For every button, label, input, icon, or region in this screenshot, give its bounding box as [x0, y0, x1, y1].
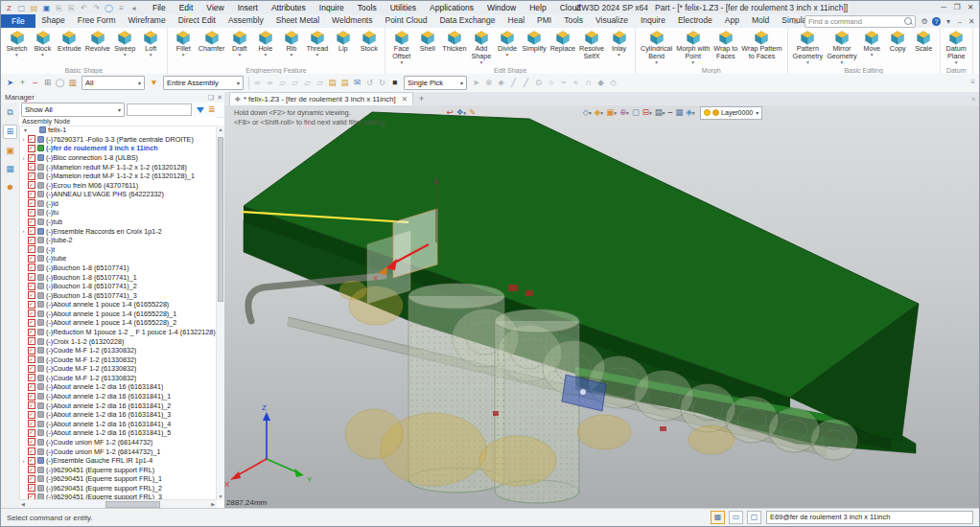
tree-row[interactable]: (-)ld [19, 199, 217, 209]
tree-row[interactable]: (-)Coude union MF 1-2 (68144732) [19, 438, 217, 447]
tree-filter-input[interactable] [127, 103, 192, 116]
tree-row[interactable]: (-)About annelé 1-2 dia 16 (61631841)_5 [19, 428, 217, 438]
ribbon-button[interactable]: Stock [356, 29, 382, 58]
app-close-icon[interactable]: ✕ [966, 15, 977, 28]
tree-row[interactable]: (-)Coude M-F 1-2 (61330832) [19, 346, 217, 355]
visibility-checkbox[interactable] [28, 255, 35, 263]
visual-manager-icon[interactable]: ▦ [4, 163, 16, 175]
ribbon-button[interactable]: Mirror Geometry▾ [825, 29, 859, 66]
ribbon-tab[interactable]: Tools [558, 14, 590, 28]
snap-icon[interactable]: ◈ [495, 75, 507, 91]
vscroll-thumb[interactable] [218, 137, 223, 302]
tree-row[interactable]: (-)tube [19, 254, 217, 264]
ribbon-button[interactable]: Rib▾ [278, 29, 304, 58]
ribbon-tab[interactable]: Direct Edit [172, 14, 222, 28]
menu-item[interactable]: Window [480, 2, 523, 14]
redo-view-icon[interactable]: ↻ [376, 75, 388, 91]
expander-icon[interactable]: ▾ [21, 126, 30, 133]
visibility-checkbox[interactable] [28, 209, 35, 217]
visibility-checkbox[interactable] [28, 347, 35, 355]
expander-icon[interactable]: › [19, 136, 28, 142]
display-filter-icon[interactable]: ◈▾ [686, 105, 694, 121]
tree-row[interactable]: (-)Bouchon 1-8 (65107741)_3 [19, 290, 217, 300]
ribbon-button[interactable]: Wrap to Faces [712, 29, 739, 66]
filter-funnel-icon[interactable] [197, 107, 204, 113]
tree-row[interactable]: (-)About annele 1 pouce 1-4 (61655228) [19, 300, 217, 309]
shape-tool-icon[interactable]: ▱ [289, 75, 301, 91]
tree-row[interactable]: (-)Coude M-F 1-2 (61330832) [19, 355, 217, 364]
minimize-button[interactable]: ─ [937, 1, 950, 13]
visibility-checkbox[interactable] [28, 181, 35, 189]
print-preview-icon[interactable]: ⎘ [65, 2, 78, 14]
menu-item[interactable]: Applications [423, 2, 480, 14]
visibility-checkbox[interactable] [28, 245, 35, 253]
docbar-expander-icon[interactable]: ≡ [971, 93, 975, 105]
view-manager-icon[interactable]: ▣ [4, 145, 16, 157]
ribbon-button[interactable]: Draft▾ [226, 29, 252, 58]
visibility-checkbox[interactable] [28, 218, 35, 226]
history-manager-icon[interactable]: ⧉ [4, 106, 16, 119]
tree-row[interactable]: (-)96290451 (Equerre support FRL) [19, 465, 217, 474]
visibility-checkbox[interactable] [28, 145, 35, 152]
visibility-checkbox[interactable] [28, 227, 35, 235]
visibility-checkbox[interactable] [28, 337, 35, 345]
tree-row[interactable]: (-)tube-2 [19, 236, 217, 245]
tree-row[interactable]: (-)ANNEAU LEVAGE PHS (64222332) [19, 190, 217, 199]
tree-row[interactable]: › (-)76290371 -Folio 3-3 (Partie central… [19, 135, 217, 145]
ribbon-button[interactable]: Revolve [83, 29, 112, 58]
ribbon-tab[interactable]: Wireframe [122, 14, 172, 28]
customize-icon[interactable]: ≡ [115, 2, 128, 14]
visibility-checkbox[interactable] [28, 309, 35, 317]
menu-item[interactable]: Insert [231, 2, 265, 14]
tree-row[interactable]: › (-)Ensemble Gauche FRL IR 1p1-4 [19, 456, 217, 466]
view-orientation-icon[interactable]: ◆▾ [595, 105, 603, 121]
pan-orbit-icon[interactable]: ❖▾ [456, 105, 466, 121]
expander-icon[interactable]: › [19, 155, 28, 161]
render-mode-icon[interactable]: ▣▾ [606, 105, 617, 121]
tree-vertical-scrollbar[interactable]: ▲ ▼ [216, 126, 224, 500]
visibility-checkbox[interactable] [28, 475, 35, 483]
ribbon-tab[interactable]: Heal [502, 14, 530, 28]
save-icon[interactable]: ▣ [40, 2, 53, 14]
tree-row[interactable]: (-)96290451 (Equerre support FRL)_1 [19, 474, 217, 484]
tree-row[interactable]: (-)Bouchon 1-8 (65107741) [19, 264, 217, 273]
ribbon-collapse-icon[interactable]: ▾ [943, 15, 954, 28]
toolbar-expander-icon[interactable]: ≡ [970, 78, 975, 86]
monitor-icon[interactable]: ▭ [729, 511, 743, 524]
tree-row[interactable]: (-)About annele 1 pouce 1-4 (61655228)_1 [19, 309, 217, 319]
ribbon-button[interactable]: Thicken [440, 29, 468, 66]
ribbon-button[interactable]: Resolve SelfX [577, 29, 606, 66]
visibility-checkbox[interactable] [28, 191, 35, 198]
ribbon-button[interactable]: Wrap Pattern to Faces [739, 29, 783, 66]
visibility-checkbox[interactable] [28, 374, 35, 381]
tree-row[interactable]: (-)Coude M-F 1-2 (61330832) [19, 364, 217, 374]
visibility-checkbox[interactable] [28, 172, 35, 180]
tree-row[interactable]: (-)About annelé 1-2 dia 16 (61631841)_4 [19, 420, 217, 429]
tree-row[interactable]: ▾ felix-1 [19, 126, 217, 135]
ribbon-tab[interactable]: Visualize [590, 14, 635, 28]
visibility-checkbox[interactable] [28, 301, 35, 309]
visibility-checkbox[interactable] [28, 420, 35, 427]
filter-list-icon[interactable]: ▥ [66, 75, 79, 91]
zoom-window-icon[interactable]: ▢ [632, 105, 640, 121]
visibility-checkbox[interactable] [28, 319, 35, 327]
visibility-checkbox[interactable] [28, 457, 35, 465]
ribbon-button[interactable]: Add Shape▾ [468, 29, 494, 66]
visibility-checkbox[interactable] [28, 401, 35, 409]
visibility-checkbox[interactable] [28, 484, 35, 492]
help-icon[interactable]: ? [932, 17, 941, 26]
pick-arrow-icon[interactable]: ➤ [470, 75, 482, 91]
open-file-icon[interactable]: ▤ [28, 2, 40, 14]
window-icon[interactable]: ▢ [747, 511, 761, 524]
curve-icon[interactable]: ≈ [570, 75, 582, 91]
arc-icon[interactable]: ∩ [582, 75, 595, 91]
ribbon-button[interactable]: Replace [548, 29, 577, 66]
ribbon-tab[interactable]: Mold [745, 14, 775, 28]
ribbon-tab[interactable]: Shape [35, 14, 72, 28]
menu-item[interactable]: Help [523, 2, 552, 14]
menu-item[interactable]: Tools [351, 2, 384, 14]
tree-row[interactable]: (-)tu [19, 208, 217, 218]
visibility-checkbox[interactable] [28, 163, 35, 171]
active-part-indicator[interactable]: E69@fer de roulement 3 inch x 11inch [766, 511, 973, 524]
ribbon-button[interactable]: Lip [330, 29, 356, 58]
